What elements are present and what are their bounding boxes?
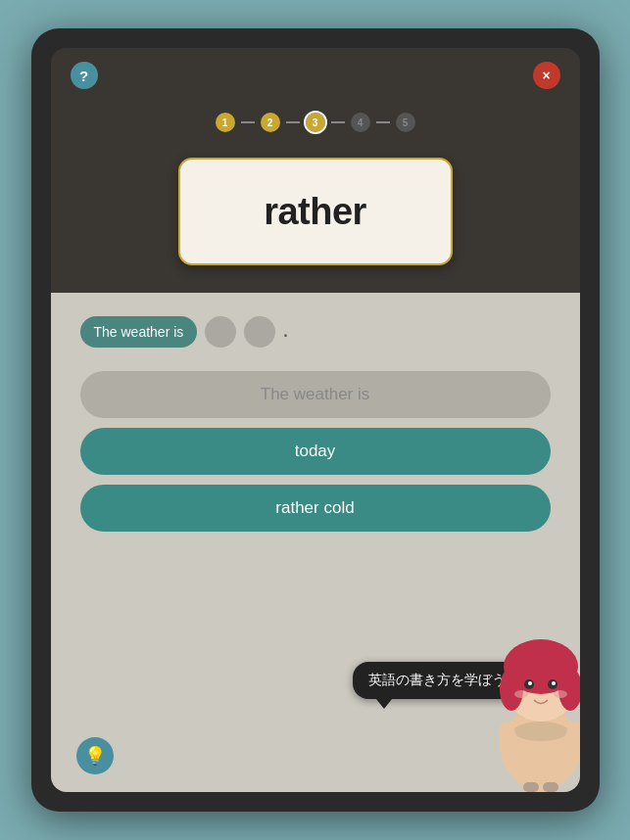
progress-dot-2: 2 [261, 113, 280, 132]
word-card: rather [178, 158, 453, 265]
progress-line-4 [376, 121, 390, 123]
lightbulb-icon: 💡 [84, 745, 106, 767]
character-illustration [472, 596, 580, 792]
answer-area: The weather is . The weather is today ra… [51, 293, 580, 792]
close-button[interactable]: × [533, 62, 560, 89]
progress-dot-4: 4 [351, 113, 370, 132]
sentence-prefix: The weather is [80, 316, 198, 348]
svg-point-11 [513, 722, 568, 741]
progress-dot-5: 5 [396, 113, 415, 132]
svg-point-7 [528, 681, 532, 685]
sentence-period: . [283, 323, 287, 341]
hint-button[interactable]: 💡 [76, 737, 114, 774]
tablet-frame: ? × 1 2 3 4 5 rather The weather is [31, 28, 600, 812]
options-list: The weather is today rather cold [80, 371, 551, 532]
option-button-1[interactable]: The weather is [80, 371, 551, 418]
option-button-2[interactable]: today [80, 428, 551, 475]
help-button[interactable]: ? [71, 62, 98, 89]
placeholder-1 [205, 316, 236, 348]
placeholder-2 [244, 316, 275, 348]
svg-point-9 [514, 690, 528, 698]
svg-rect-14 [523, 782, 539, 792]
svg-point-8 [552, 681, 556, 685]
svg-point-3 [500, 668, 523, 711]
header: ? × [51, 48, 580, 103]
progress-line-2 [286, 121, 300, 123]
sentence-display: The weather is . [80, 316, 551, 348]
svg-rect-15 [543, 782, 558, 792]
word-text: rather [264, 191, 366, 233]
screen: ? × 1 2 3 4 5 rather The weather is [51, 48, 580, 792]
progress-bar: 1 2 3 4 5 [51, 103, 580, 140]
progress-line-3 [331, 121, 345, 123]
progress-dot-3: 3 [306, 113, 325, 132]
word-card-area: rather [51, 142, 580, 285]
svg-point-10 [554, 690, 567, 698]
progress-line-1 [241, 121, 255, 123]
option-button-3[interactable]: rather cold [80, 485, 551, 532]
progress-dot-1: 1 [216, 113, 235, 132]
